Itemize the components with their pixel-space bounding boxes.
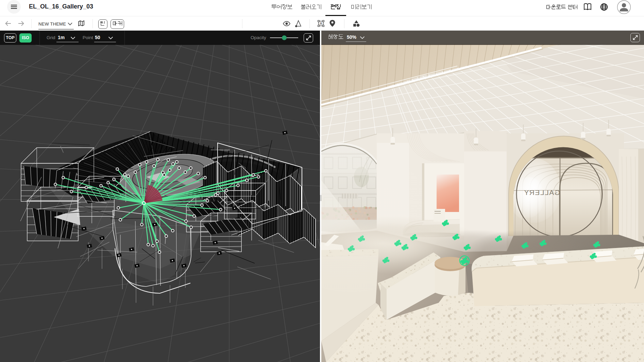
svg-text:A: A	[320, 21, 322, 26]
svg-text:GALLERY: GALLERY	[524, 188, 560, 196]
